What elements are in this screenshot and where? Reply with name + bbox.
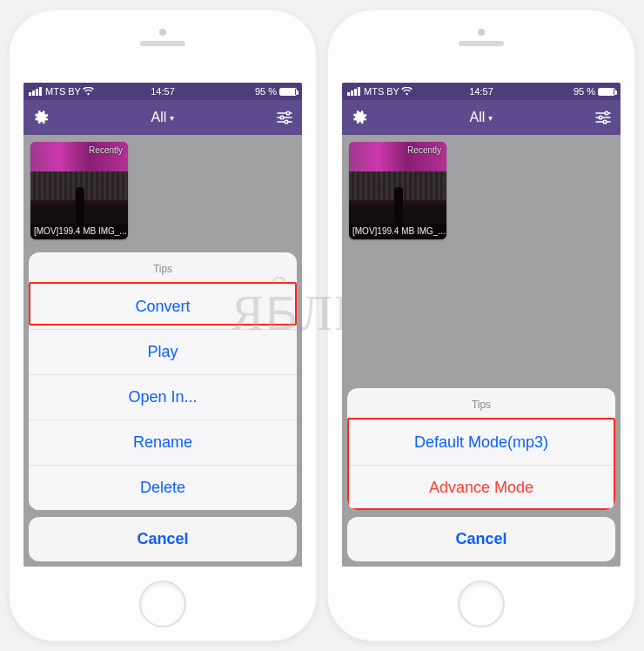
filter-button[interactable] — [594, 111, 612, 124]
nav-title-label: All — [470, 110, 486, 125]
nav-title-dropdown[interactable]: All ▾ — [151, 110, 175, 125]
phone-speaker — [140, 41, 185, 46]
carrier-label: MTS BY — [45, 86, 81, 97]
caret-down-icon: ▾ — [488, 113, 493, 123]
action-sheet-header: Tips — [29, 252, 297, 284]
battery-icon — [279, 88, 297, 96]
svg-point-3 — [286, 111, 290, 115]
home-button[interactable] — [139, 581, 186, 628]
screen-left: MTS BY 14:57 95 % All ▾ — [23, 83, 302, 567]
nav-title-dropdown[interactable]: All ▾ — [470, 110, 493, 125]
filter-icon — [594, 111, 612, 124]
settings-button[interactable] — [32, 109, 50, 126]
nav-title-label: All — [151, 110, 167, 125]
phone-camera-dot — [478, 29, 485, 36]
carrier-label: MTS BY — [364, 86, 399, 97]
settings-button[interactable] — [351, 109, 368, 126]
filter-button[interactable] — [276, 111, 293, 124]
action-play[interactable]: Play — [29, 329, 297, 374]
action-default-mode[interactable]: Default Mode(mp3) — [347, 419, 615, 465]
screen-right: MTS BY 14:57 95 % All ▾ — [342, 83, 621, 567]
action-open-in[interactable]: Open In... — [29, 374, 297, 419]
svg-point-10 — [599, 116, 602, 119]
action-sheet-header: Tips — [347, 388, 615, 419]
phone-left: MTS BY 14:57 95 % All ▾ — [9, 10, 317, 641]
phone-camera-dot — [159, 29, 166, 36]
action-convert[interactable]: Convert — [29, 284, 297, 329]
action-sheet-cancel-block: Cancel — [347, 517, 615, 561]
svg-point-11 — [603, 120, 607, 124]
battery-pct-label: 95 % — [255, 86, 277, 97]
action-delete[interactable]: Delete — [29, 465, 297, 510]
gear-icon — [32, 109, 50, 126]
nav-bar: All ▾ — [342, 100, 621, 135]
action-sheet: Tips Convert Play Open In... Rename Dele… — [29, 252, 297, 561]
svg-point-5 — [285, 120, 288, 124]
svg-point-9 — [605, 111, 608, 115]
nav-bar: All ▾ — [23, 100, 302, 135]
battery-pct-label: 95 % — [574, 86, 595, 97]
signal-icon — [29, 87, 42, 96]
caret-down-icon: ▾ — [170, 113, 174, 123]
action-advance-mode[interactable]: Advance Mode — [347, 465, 615, 510]
action-sheet-cancel-block: Cancel — [29, 517, 297, 561]
filter-icon — [276, 111, 293, 124]
home-button[interactable] — [458, 581, 505, 628]
wifi-icon — [401, 87, 413, 96]
phone-right: MTS BY 14:57 95 % All ▾ — [327, 10, 635, 641]
signal-icon — [347, 87, 360, 96]
action-sheet-main: Tips Convert Play Open In... Rename Dele… — [29, 252, 297, 510]
wifi-icon — [83, 87, 94, 96]
action-rename[interactable]: Rename — [29, 419, 297, 465]
status-bar: MTS BY 14:57 95 % — [23, 83, 302, 100]
action-cancel[interactable]: Cancel — [347, 517, 615, 561]
gear-icon — [351, 109, 368, 126]
action-sheet-main: Tips Default Mode(mp3) Advance Mode — [347, 388, 615, 510]
action-cancel[interactable]: Cancel — [29, 517, 297, 561]
status-bar: MTS BY 14:57 95 % — [342, 83, 621, 100]
svg-point-4 — [280, 116, 284, 119]
action-sheet: Tips Default Mode(mp3) Advance Mode Canc… — [347, 388, 615, 561]
phone-speaker — [459, 41, 504, 46]
battery-icon — [598, 88, 615, 96]
